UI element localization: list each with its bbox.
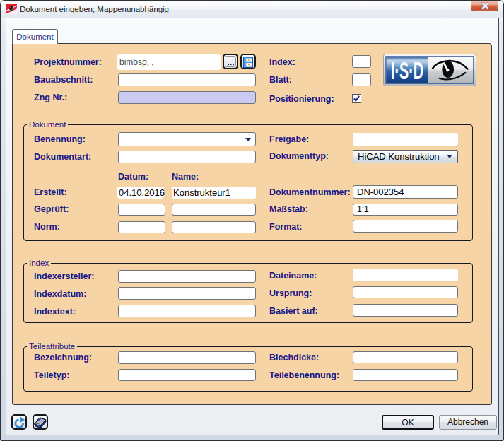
svg-text:I·S·D: I·S·D	[391, 57, 423, 84]
